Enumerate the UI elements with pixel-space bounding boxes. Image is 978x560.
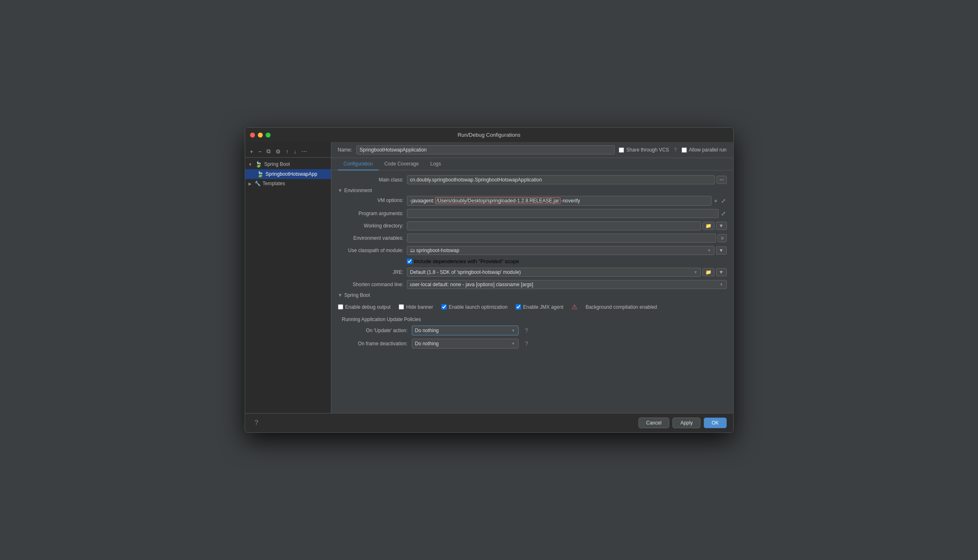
remove-config-button[interactable]: − [257,147,263,156]
include-dependencies-label[interactable]: Include dependencies with "Provided" sco… [407,258,519,264]
on-frame-deactivation-label: On frame deactivation: [342,341,408,347]
maximize-button[interactable] [266,133,271,138]
shorten-command-field: user-local default: none - java [options… [407,280,727,289]
cancel-button[interactable]: Cancel [638,418,669,428]
vm-options-expand-button[interactable]: + [713,197,718,205]
jre-browse-button[interactable]: 📁 [703,268,714,276]
enable-jmx-agent-checkbox[interactable] [516,304,521,310]
jre-select[interactable]: Default (1.8 - SDK of 'springboot-hotswa… [407,268,701,277]
enable-launch-optimization-checkbox[interactable] [441,304,447,310]
working-directory-field: 📁 ▼ [407,221,727,230]
program-arguments-input[interactable] [407,209,719,218]
share-area: Share through VCS ? Allow parallel run [619,147,726,153]
on-frame-deactivation-help-button[interactable]: ? [523,340,531,348]
sidebar-item-hotswap[interactable]: 🍃 SpringbootHotswapApp [245,169,331,179]
spring-boot-section-header: ▼ Spring Boot [338,292,727,298]
sidebar-item-spring-boot-group[interactable]: ▼ 🍃 Spring Boot [245,159,331,169]
include-dependencies-checkbox[interactable] [407,259,412,264]
copy-config-button[interactable]: ⧉ [265,147,272,156]
move-down-button[interactable]: ↓ [292,147,298,156]
jre-dropdown-button[interactable]: ▼ [716,268,727,276]
environment-variables-label: Environment variables: [338,234,404,241]
add-config-button[interactable]: + [248,147,255,156]
config-panel: Main class: ··· ▼ Environment VM options… [331,170,733,413]
enable-debug-output-label[interactable]: Enable debug output [338,304,391,310]
environment-expand-icon[interactable]: ▼ [338,188,343,193]
classpath-module-field: 🗂 springboot-hotswap ▼ [407,246,727,255]
classpath-module-dropdown-button[interactable]: ▼ [716,246,727,255]
minimize-button[interactable] [258,133,263,138]
sidebar-item-templates[interactable]: ▶ 🔧 Templates [245,179,331,188]
main-class-browse-button[interactable]: ··· [716,176,726,184]
vm-options-field: -javaagent:/Users/doubly/Desktop/springl… [407,196,727,206]
program-arguments-expand-button[interactable]: ⤢ [720,209,727,218]
on-update-label: On 'Update' action: [342,328,408,333]
enable-jmx-agent-label[interactable]: Enable JMX agent [516,304,563,310]
environment-variables-edit-button[interactable]: ≡ [718,234,726,242]
close-button[interactable] [250,133,255,138]
share-help-icon[interactable]: ? [674,147,677,153]
policy-title: Running Application Update Policies [342,317,727,322]
filter-button[interactable]: ⋯ [300,147,309,156]
enable-launch-optimization-label[interactable]: Enable launch optimization [441,304,507,310]
sidebar-item-label: Spring Boot [264,161,290,167]
environment-variables-input[interactable] [407,234,716,243]
spring-boot-expand-icon[interactable]: ▼ [338,292,343,298]
on-update-help-button[interactable]: ? [523,326,531,335]
environment-section-header: ▼ Environment [338,188,727,193]
working-directory-input[interactable] [407,221,701,230]
working-directory-dropdown-button[interactable]: ▼ [716,222,727,230]
main-class-input[interactable] [407,175,715,184]
classpath-module-select[interactable]: 🗂 springboot-hotswap [407,246,714,255]
footer-left: ? [252,418,262,428]
dialog-footer: ? Cancel Apply OK [245,413,733,432]
program-arguments-row: Program arguments: ⤢ [338,209,727,218]
sidebar-item-hotswap-label: SpringbootHotswapApp [266,171,317,177]
tabs: Configuration Code Coverage Logs [331,158,733,170]
enable-launch-optimization-text: Enable launch optimization [449,304,507,310]
sidebar-item-templates-label: Templates [263,181,285,186]
ok-button[interactable]: OK [704,418,726,428]
hide-banner-checkbox[interactable] [399,304,404,310]
shorten-command-label: Shorten command line: [338,280,404,287]
background-compilation-text: Background compilation enabled [585,304,657,310]
hide-banner-label[interactable]: Hide banner [399,304,433,310]
working-directory-browse-button[interactable]: 📁 [703,222,714,230]
on-frame-deactivation-select[interactable]: Do nothing Update classes and resources … [412,339,519,349]
settings-config-button[interactable]: ⚙ [274,147,282,156]
environment-section-label: Environment [344,188,372,193]
environment-variables-row: Environment variables: ≡ [338,234,727,243]
name-input[interactable] [356,145,615,154]
jre-label: JRE: [338,268,404,275]
parallel-run-checkbox[interactable] [682,147,687,153]
background-compilation-error-icon: ⚠ [572,303,577,311]
sidebar: + − ⧉ ⚙ ↑ ↓ ⋯ ▼ 🍃 Spring Boot 🍃 Springbo… [245,142,331,413]
shorten-command-select[interactable]: user-local default: none - java [options… [407,280,727,289]
footer-right: Cancel Apply OK [638,418,727,428]
on-frame-deactivation-row: On frame deactivation: Do nothing Update… [342,339,727,349]
spring-boot-section-label: Spring Boot [344,292,370,298]
share-vcs-label[interactable]: Share through VCS [619,147,669,153]
on-update-select[interactable]: Do nothing Update classes and resources … [412,326,519,335]
tab-code-coverage[interactable]: Code Coverage [379,158,425,170]
classpath-module-label: Use classpath of module: [338,246,404,253]
tab-logs[interactable]: Logs [425,158,447,170]
include-dependencies-text: Include dependencies with "Provided" sco… [414,258,519,264]
title-bar: Run/Debug Configurations [245,128,733,142]
move-up-button[interactable]: ↑ [284,147,290,156]
share-vcs-checkbox[interactable] [619,147,624,153]
vm-options-input[interactable]: -javaagent:/Users/doubly/Desktop/springl… [407,196,712,206]
program-arguments-field: ⤢ [407,209,727,218]
footer-help-button[interactable]: ? [252,418,262,428]
vm-options-expand2-button[interactable]: ⤢ [720,197,727,205]
dialog-body: + − ⧉ ⚙ ↑ ↓ ⋯ ▼ 🍃 Spring Boot 🍃 Springbo… [245,142,733,413]
classpath-module-row: Use classpath of module: 🗂 springboot-ho… [338,246,727,255]
apply-button[interactable]: Apply [673,418,700,428]
parallel-run-label[interactable]: Allow parallel run [682,147,726,153]
hide-banner-text: Hide banner [406,304,433,310]
environment-variables-field: ≡ [407,234,727,243]
spring-hotswap-icon: 🍃 [257,171,264,177]
enable-debug-output-checkbox[interactable] [338,304,343,310]
spring-boot-icon: 🍃 [255,161,262,168]
tab-configuration[interactable]: Configuration [338,158,379,170]
